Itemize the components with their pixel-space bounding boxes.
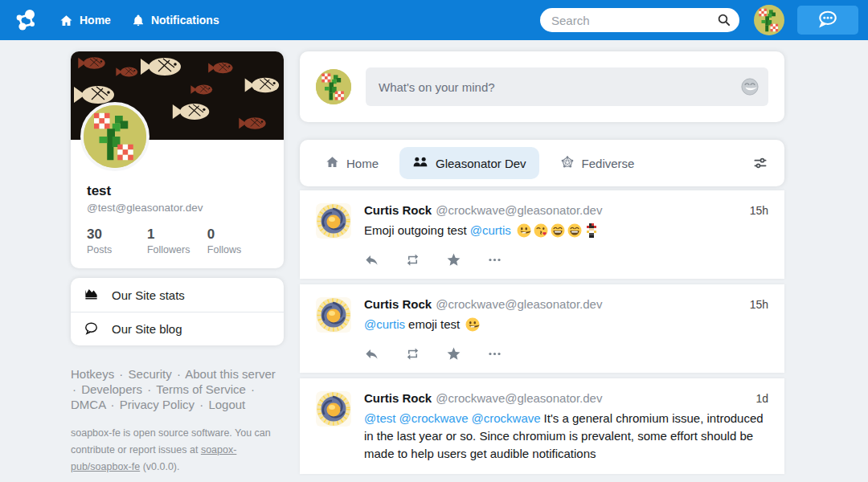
stat-posts[interactable]: 30 Posts [87, 227, 147, 255]
profile-avatar[interactable] [80, 102, 149, 171]
menu-item-label: Our Site blog [112, 322, 182, 336]
emoji-picker-button[interactable] [741, 78, 759, 96]
home-icon [326, 155, 339, 171]
search-input[interactable] [540, 8, 739, 32]
profile-handle: @test@gleasonator.dev [87, 202, 268, 214]
post-author-name[interactable]: Curtis Rock [364, 391, 432, 405]
footer-link[interactable]: Developers [81, 382, 142, 396]
emoji-beaming-face-icon [551, 223, 565, 238]
timeline: Curtis Rock @crockwave@gleasonator.dev 1… [300, 190, 784, 474]
footer-links: Hotkeys · Security · About this server ·… [71, 366, 279, 412]
footer-link[interactable]: Security [129, 367, 172, 381]
separator: · [175, 367, 182, 381]
profile-display-name: test [87, 183, 268, 199]
separator: · [71, 382, 78, 396]
post: Curtis Rock @crockwave@gleasonator.dev 1… [300, 190, 784, 279]
about-text: soapbox-fe is open source software. You … [71, 427, 271, 455]
footer-link[interactable]: DMCA [71, 398, 105, 411]
post-author-avatar[interactable] [316, 203, 351, 239]
post-text: Emoji outgoing test [364, 223, 470, 237]
post-author-avatar[interactable] [316, 297, 351, 333]
more-icon[interactable] [487, 252, 502, 268]
footer-link[interactable]: Terms of Service [156, 382, 246, 396]
separator: · [109, 398, 117, 411]
fediverse-icon [560, 155, 575, 172]
post-author-name[interactable]: Curtis Rock [364, 297, 432, 311]
tab-label: Home [346, 157, 379, 170]
separator: · [117, 367, 125, 381]
separator: · [198, 398, 205, 411]
post-text: emoji test [408, 317, 463, 331]
sidebar-footer: Hotkeys · Security · About this server ·… [71, 366, 284, 476]
post-timestamp[interactable]: 1d [755, 392, 768, 405]
post: Curtis Rock @crockwave@gleasonator.dev 1… [300, 284, 784, 373]
post-author-name[interactable]: Curtis Rock [364, 203, 432, 217]
stat-followers[interactable]: 1 Followers [147, 227, 207, 255]
group-icon [412, 155, 428, 171]
separator: · [145, 382, 153, 396]
tab-gleasonator-dev[interactable]: Gleasonator Dev [399, 147, 539, 179]
mention-link[interactable]: @curtis [364, 317, 405, 331]
separator: · [249, 382, 256, 396]
more-icon[interactable] [487, 346, 502, 362]
menu-item-label: Our Site stats [112, 288, 185, 302]
menu-item-site-stats[interactable]: Our Site stats [71, 278, 284, 312]
reply-icon[interactable] [364, 346, 379, 362]
mention-link[interactable]: @curtis [470, 223, 511, 237]
footer-about: soapbox-fe is open source software. You … [71, 425, 279, 476]
repost-icon[interactable] [405, 346, 420, 362]
footer-link-logout[interactable]: Logout [208, 398, 245, 411]
compose-input[interactable]: What's on your mind? [366, 67, 768, 106]
compose-card: What's on your mind? [300, 51, 784, 122]
search-icon[interactable] [717, 13, 731, 31]
post-author-handle: @crockwave@gleasonator.dev [436, 297, 602, 311]
post-actions [364, 346, 768, 362]
post-content: @curtisemoji test [364, 316, 768, 333]
footer-link[interactable]: About this server [185, 367, 276, 381]
tab-label: Fediverse [582, 157, 635, 170]
mention-link[interactable]: @crockwave [472, 411, 541, 425]
soapbox-logo-icon[interactable] [13, 7, 39, 33]
nav-notifications-label: Notifications [151, 14, 219, 27]
timeline-settings-icon[interactable] [752, 155, 768, 171]
site-menu-card: Our Site stats Our Site blog [71, 278, 284, 345]
post-author-avatar[interactable] [316, 391, 351, 427]
compose-placeholder: What's on your mind? [379, 80, 741, 94]
star-icon[interactable] [446, 346, 461, 362]
nav-home[interactable]: Home [59, 14, 111, 27]
post-timestamp[interactable]: 15h [750, 298, 768, 311]
compose-avatar[interactable] [316, 69, 351, 104]
chat-button[interactable] [797, 6, 858, 35]
footer-link[interactable]: Hotkeys [71, 367, 114, 381]
emoji-face-blowing-kiss-icon [534, 223, 548, 238]
mention-link[interactable]: @crockwave [399, 411, 468, 425]
emoji-beaming-face-icon [567, 223, 582, 238]
reply-icon[interactable] [364, 252, 379, 268]
mention-link[interactable]: @test [364, 411, 395, 425]
timeline-tabs: Home Gleasonator Dev [300, 140, 784, 186]
emoji-grinning-face-icon [465, 317, 480, 332]
star-icon[interactable] [446, 252, 461, 268]
stat-follows[interactable]: 0 Follows [207, 227, 268, 255]
tab-label: Gleasonator Dev [436, 157, 526, 170]
nav-notifications[interactable]: Notifications [132, 14, 219, 27]
profile-stats: 30 Posts 1 Followers 0 Follows [87, 227, 268, 255]
tab-home[interactable]: Home [316, 147, 388, 179]
emoji-custom-pixel-icon [584, 223, 599, 238]
nav-profile-avatar[interactable] [754, 5, 784, 35]
search-container [540, 8, 739, 32]
repost-icon[interactable] [405, 252, 420, 268]
emoji-grinning-face-icon [517, 223, 531, 238]
bell-icon [132, 14, 145, 27]
post-timestamp[interactable]: 15h [750, 204, 768, 217]
menu-item-site-blog[interactable]: Our Site blog [71, 312, 284, 345]
chat-bubble-icon [817, 10, 838, 31]
profile-card: test @test@gleasonator.dev 30 Posts 1 Fo… [71, 51, 284, 268]
nav-home-label: Home [80, 14, 111, 27]
post-author-handle: @crockwave@gleasonator.dev [436, 391, 602, 405]
post-actions [364, 252, 768, 268]
tab-fediverse[interactable]: Fediverse [551, 147, 645, 180]
area-chart-icon [84, 286, 99, 304]
speech-bubble-icon [84, 321, 99, 338]
footer-link[interactable]: Privacy Policy [120, 398, 194, 411]
